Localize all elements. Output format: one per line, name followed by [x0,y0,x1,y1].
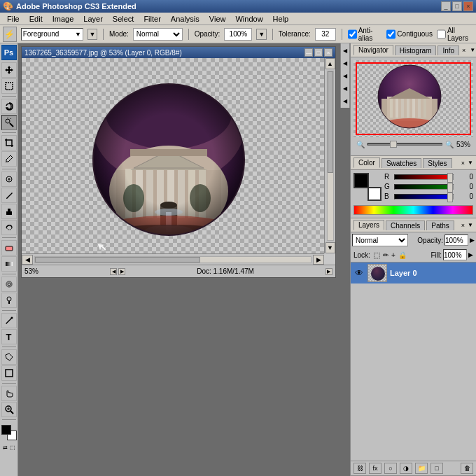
scroll-up-btn[interactable]: ▲ [326,58,335,69]
lock-transparent-btn[interactable]: ⬚ [373,251,380,260]
layers-menu-btn[interactable]: ▼ [468,222,473,228]
doc-minimize-btn[interactable]: — [304,48,313,57]
collapse-btn-1[interactable]: ◀ [341,45,349,56]
status-left-btn[interactable]: ◀ [110,268,117,275]
status-expand-btn[interactable]: ▶ [326,268,332,275]
layer-mask-btn[interactable]: ○ [384,463,397,474]
menu-help[interactable]: Help [269,14,293,24]
menu-view[interactable]: View [205,14,230,24]
dodge-tool-btn[interactable] [1,293,17,308]
color-close[interactable]: × [460,160,466,167]
move-tool-btn[interactable] [1,62,17,78]
contiguous-checkbox[interactable] [386,28,396,41]
eraser-tool-btn[interactable] [1,240,17,255]
contiguous-label[interactable]: Contiguous [386,28,433,41]
navigator-close[interactable]: × [461,47,467,54]
menu-analysis[interactable]: Analysis [167,14,204,24]
default-colors-icon[interactable]: ⬚ [10,444,15,451]
doc-maximize-btn[interactable]: □ [314,48,323,57]
menu-select[interactable]: Select [108,14,139,24]
collapse-btn-4[interactable]: ◀ [341,83,349,94]
blur-tool-btn[interactable] [1,276,17,292]
opacity-input[interactable] [224,28,252,41]
b-track[interactable] [394,194,454,200]
v-scroll-thumb[interactable] [328,71,333,173]
new-layer-btn[interactable]: □ [430,463,443,474]
swap-colors-icon[interactable]: ⇄ [3,444,8,451]
delete-layer-btn[interactable]: 🗑 [461,463,473,474]
path-select-btn[interactable] [1,349,17,365]
menu-filter[interactable]: Filter [139,14,164,24]
crop-tool-btn[interactable] [1,135,17,150]
styles-tab[interactable]: Styles [423,158,451,168]
paths-tab[interactable]: Paths [426,220,454,230]
menu-edit[interactable]: Edit [25,14,47,24]
lock-pixels-btn[interactable]: ✏ [383,251,388,259]
collapse-btn-2[interactable]: ◀ [341,57,349,69]
title-bar-controls[interactable]: _ □ × [441,1,473,11]
h-scrollbar[interactable]: ◀ ▶ [22,253,324,265]
brush-tool-btn[interactable] [1,188,17,203]
collapse-btn-5[interactable]: ◀ [341,95,349,106]
layer-adj-btn[interactable]: ◑ [400,463,412,474]
navigator-tab[interactable]: Navigator [354,45,393,55]
magic-wand-tool-btn[interactable] [1,115,17,130]
r-thumb[interactable] [447,173,453,183]
maximize-button[interactable]: □ [452,1,462,11]
channels-tab[interactable]: Channels [386,220,425,230]
opacity-input-layers[interactable] [444,234,468,246]
scroll-left-btn[interactable]: ◀ [22,255,33,265]
scroll-down-btn[interactable]: ▼ [326,242,335,253]
hand-tool-btn[interactable] [1,386,17,401]
stamp-tool-btn[interactable] [1,204,17,219]
layer-link-btn[interactable]: ⛓ [354,463,366,474]
bg-swatch[interactable] [368,187,382,201]
status-right-btn[interactable]: ▶ [118,268,125,275]
all-layers-checkbox[interactable] [437,28,446,41]
tolerance-input[interactable] [315,28,336,41]
scroll-right-btn[interactable]: ▶ [313,255,324,265]
h-scroll-thumb[interactable] [35,257,200,262]
menu-image[interactable]: Image [48,14,78,24]
foreground-select[interactable]: Foreground ▼ [21,28,83,41]
g-thumb[interactable] [447,183,453,192]
doc-title-controls[interactable]: — □ × [304,48,332,57]
color-spectrum[interactable] [354,205,473,215]
lock-all-btn[interactable]: 🔒 [398,251,407,259]
histogram-tab[interactable]: Histogram [395,46,437,55]
pen-tool-btn[interactable] [1,313,17,328]
opacity-arrow-layers[interactable]: ▶ [470,237,475,244]
layers-close[interactable]: × [460,222,466,229]
zoom-slider[interactable] [368,143,442,146]
collapse-btn-3[interactable]: ◀ [341,70,349,81]
layer-group-btn[interactable]: 📁 [415,463,428,474]
v-scroll-track[interactable] [327,71,334,241]
history-brush-btn[interactable] [1,220,17,235]
all-layers-label[interactable]: All Layers [437,27,473,42]
fill-arrow[interactable]: ▶ [468,251,473,258]
menu-layer[interactable]: Layer [79,14,107,24]
zoom-tool-btn[interactable] [1,402,17,417]
anti-alias-label[interactable]: Anti-alias [348,27,383,42]
marquee-tool-btn[interactable] [1,78,17,94]
navigator-menu-btn[interactable]: ▼ [470,47,475,53]
menu-window[interactable]: Window [231,14,267,24]
layer-fx-btn[interactable]: fx [369,463,382,474]
color-picker-area[interactable] [1,425,17,440]
foreground-color-box[interactable] [1,425,11,435]
anti-alias-checkbox[interactable] [348,28,357,41]
mode-select[interactable]: Normal [133,28,183,41]
lasso-tool-btn[interactable] [1,99,17,114]
healing-brush-btn[interactable] [1,172,17,187]
h-scroll-track[interactable] [34,256,312,263]
eyedropper-tool-btn[interactable] [1,151,17,167]
g-track[interactable] [394,184,454,190]
table-row[interactable]: 👁 Layer 0 [351,262,476,284]
fg-swatch[interactable] [354,173,369,188]
b-thumb[interactable] [447,192,453,202]
gradient-tool-btn[interactable] [1,256,17,272]
fill-input[interactable] [443,249,467,260]
zoom-in-btn[interactable]: 🔍 [445,141,454,148]
close-button[interactable]: × [463,1,473,11]
minimize-button[interactable]: _ [441,1,451,11]
